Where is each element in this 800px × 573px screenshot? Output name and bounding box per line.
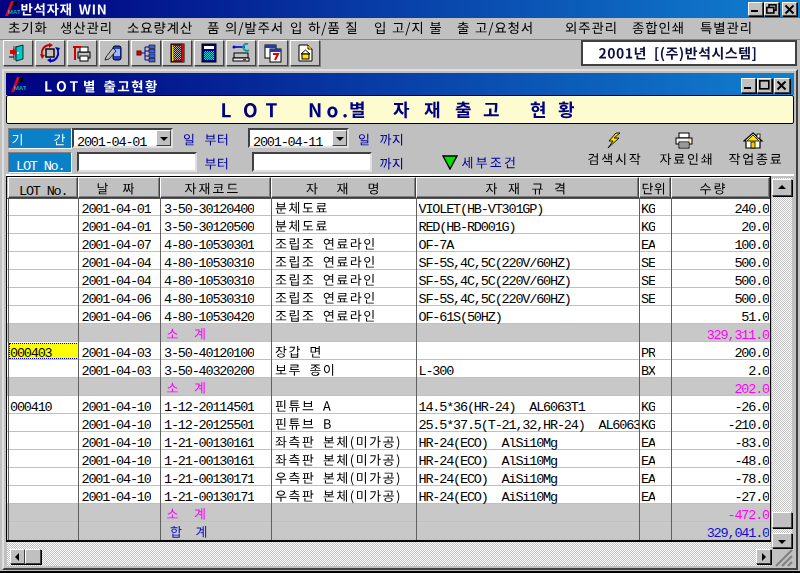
- svg-text:MAT: MAT: [14, 85, 26, 91]
- svg-text:MAT: MAT: [8, 9, 20, 15]
